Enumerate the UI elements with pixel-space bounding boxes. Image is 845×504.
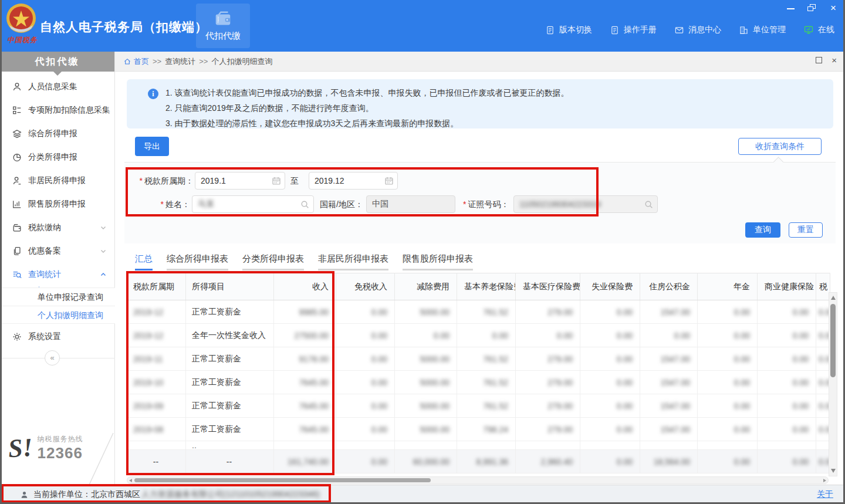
- cell-pension: [457, 441, 516, 450]
- sidebar-header: 代扣代缴: [0, 52, 114, 72]
- restore-button[interactable]: [807, 4, 817, 12]
- sidebar-item-query-statistics[interactable]: 查询统计: [0, 263, 115, 286]
- sidebar-item-nonresident-income[interactable]: 非居民所得申报: [0, 169, 115, 192]
- tab-comprehensive[interactable]: 综合所得申报表: [167, 253, 228, 270]
- mail-icon: [674, 25, 684, 35]
- cell-period: 2019-11: [127, 347, 186, 371]
- monitor-check-icon: [803, 25, 814, 35]
- cell-period: [127, 441, 186, 450]
- name-input[interactable]: 马某: [192, 195, 314, 213]
- column-header-taxfree: 免税收入: [336, 273, 395, 300]
- search-icon[interactable]: [644, 199, 654, 209]
- current-unit-blurred: 人力资源服务有限公司(12110105219904223346): [141, 489, 320, 500]
- breadcrumb-home[interactable]: 首页: [123, 56, 149, 67]
- sidebar-item-tax-payment[interactable]: 税款缴纳: [0, 216, 115, 239]
- cell-pension: 8,991.36: [457, 450, 516, 473]
- calendar-icon[interactable]: [272, 176, 281, 185]
- sidebar-item-comprehensive-income[interactable]: 综合所得申报: [0, 122, 115, 146]
- sidebar-item-label: 综合所得申报: [28, 128, 77, 139]
- calendar-icon[interactable]: [384, 176, 394, 185]
- tab-close-icon[interactable]: ×: [832, 57, 837, 63]
- minimize-button[interactable]: [786, 4, 796, 12]
- wallet-icon: [12, 222, 22, 233]
- layers-icon: [12, 128, 22, 139]
- search-icon[interactable]: [300, 199, 310, 209]
- cell-unemploy: 0.00: [580, 394, 640, 418]
- collapse-query-button[interactable]: 收折查询条件: [738, 138, 822, 155]
- cell-deduction: 0.00: [395, 324, 457, 347]
- close-button[interactable]: ×: [829, 4, 838, 12]
- cell-taxfree: [336, 441, 395, 450]
- horizontal-scroll-thumb[interactable]: [134, 478, 431, 482]
- cell-period: 2019-12: [127, 324, 186, 347]
- reset-button[interactable]: 重置: [789, 222, 823, 238]
- sidebar-item-restricted-shares[interactable]: 限售股所得申报: [0, 192, 115, 216]
- user-line-icon: [12, 175, 22, 186]
- scroll-left-arrow[interactable]: [129, 479, 132, 482]
- table-row[interactable]: 2019-10正常工资薪金7645.000.005000.00761.52279…: [127, 371, 830, 394]
- tab-classified[interactable]: 分类所得申报表: [242, 253, 304, 270]
- cell-income: 9178.00: [274, 347, 336, 371]
- table-row[interactable]: 2019-12正常工资薪金9985.000.005000.00761.52279…: [127, 300, 830, 324]
- module-tab-withholding[interactable]: 代扣代缴: [196, 4, 250, 48]
- sidebar-item-classified-income[interactable]: 分类所得申报: [0, 146, 115, 169]
- main-content: i 1. 该查询统计表仅能查询已申报成功的数据，不包含未申报、申报失败，已申报但…: [115, 72, 845, 485]
- sidebar-item-special-deduction[interactable]: 专项附加扣除信息采集: [0, 99, 115, 122]
- cell-tax: 0.00: [816, 300, 830, 324]
- menu-manual[interactable]: 操作手册: [610, 25, 657, 35]
- period-to-input[interactable]: 2019.12: [309, 172, 398, 190]
- sidebar-collapse-button[interactable]: «: [45, 350, 60, 366]
- chevron-down-icon: [100, 248, 107, 255]
- cell-medical: 279.00: [516, 418, 580, 441]
- sidebar-subitem-unit-report-query[interactable]: 单位申报记录查询: [0, 287, 115, 306]
- breadcrumb-separator: >>: [153, 57, 161, 66]
- table-row[interactable]: 2019-12全年一次性奖金收入27500.000.000.000.000.00…: [127, 324, 830, 347]
- export-button[interactable]: 导出: [135, 137, 169, 156]
- tab-summary[interactable]: 汇总: [135, 253, 153, 270]
- cell-income: 7645.00: [274, 394, 336, 418]
- vertical-scroll-thumb[interactable]: [830, 304, 836, 377]
- cell-annuity: [698, 441, 758, 450]
- table-row[interactable]: 2019-09正常工资薪金7645.000.005000.00761.52279…: [127, 394, 830, 418]
- sidebar-item-personnel-info[interactable]: 人员信息采集: [0, 75, 115, 99]
- table-row[interactable]: 2019-11正常工资薪金9178.000.005000.00761.52279…: [127, 347, 830, 371]
- online-label: 在线: [818, 25, 834, 35]
- sidebar-subitem-label: 个人扣缴明细查询: [38, 310, 103, 320]
- sidebar-item-system-settings[interactable]: 系统设置: [0, 325, 115, 349]
- tab-maximize-icon[interactable]: [816, 57, 822, 63]
- sidebar-item-preferential-filing[interactable]: 优惠备案: [0, 239, 115, 263]
- sidebar-item-label: 限售股所得申报: [28, 199, 86, 209]
- table-row[interactable]: 2019-08正常工资薪金7645.000.005000.00798.24279…: [127, 418, 830, 441]
- query-button[interactable]: 查询: [745, 222, 780, 238]
- column-header-medical: 基本医疗保险费: [516, 273, 580, 300]
- about-link[interactable]: 关于: [817, 489, 833, 500]
- breadcrumb-item[interactable]: 查询统计: [165, 56, 195, 67]
- wallet-icon: [213, 9, 233, 29]
- cell-period: 2019-12: [127, 300, 186, 324]
- menu-unit-management[interactable]: 单位管理: [739, 25, 786, 35]
- pages-icon: [12, 246, 22, 256]
- vertical-scrollbar[interactable]: [829, 292, 837, 476]
- cell-annuity: 0.00: [698, 418, 758, 441]
- scroll-right-arrow[interactable]: [823, 479, 826, 482]
- cell-taxfree: 0.00: [336, 300, 395, 324]
- cell-annuity: 0.00: [698, 450, 758, 473]
- tab-restricted-shares[interactable]: 限售股所得申报表: [403, 253, 473, 270]
- search-list-icon: [12, 269, 22, 280]
- cell-item: 正常工资薪金: [186, 371, 274, 394]
- tab-nonresident[interactable]: 非居民所得申报表: [318, 253, 388, 270]
- id-number-input[interactable]: 110502199304223319: [513, 195, 658, 213]
- scroll-down-arrow[interactable]: [831, 469, 836, 473]
- column-header-health: 商业健康保险: [758, 273, 816, 300]
- horizontal-scrollbar[interactable]: [127, 476, 829, 484]
- scroll-up-arrow[interactable]: [831, 296, 836, 300]
- menu-version-switch[interactable]: 版本切换: [545, 25, 592, 35]
- menu-message-center[interactable]: 消息中心: [674, 25, 721, 35]
- cell-item: 正常工资薪金: [186, 418, 274, 441]
- home-icon: [123, 57, 131, 66]
- period-from-input[interactable]: 2019.1: [195, 172, 285, 190]
- notice-line: 3. 由于数据处理的滞后性，建议您在申报成功3天之后再来查询最新的申报数据。: [165, 116, 833, 131]
- sidebar-item-label: 优惠备案: [28, 246, 61, 256]
- online-status[interactable]: 在线: [803, 25, 834, 35]
- sidebar-subitem-personal-withholding-query[interactable]: 个人扣缴明细查询: [0, 306, 115, 324]
